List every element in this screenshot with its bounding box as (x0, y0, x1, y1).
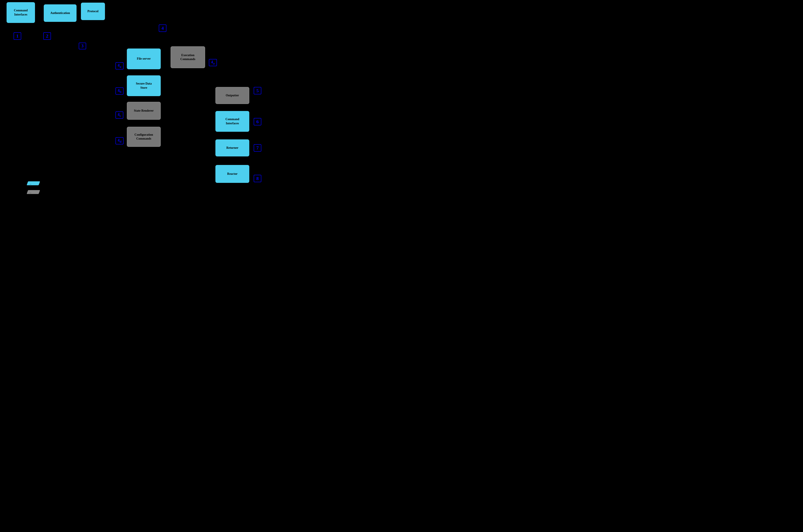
reactor-box: Reactor (215, 165, 249, 183)
file-server-label: File server (137, 57, 151, 61)
returner-box: Returner (215, 139, 249, 156)
protocol-label: Protocol (88, 10, 98, 13)
legend-gray (28, 190, 39, 194)
legend-blue (28, 181, 39, 185)
label-2: 2 (43, 32, 51, 40)
execution-commands-label: Execution Commands (180, 53, 195, 61)
label-7: 7 (254, 144, 261, 152)
label-4c: 4c (115, 111, 123, 119)
label-4b: 4b (115, 88, 124, 95)
outputter-box: Outputter (215, 87, 249, 104)
label-8: 8 (254, 175, 261, 182)
label-1: 1 (14, 32, 21, 40)
label-3: 3 (79, 43, 86, 50)
command-interfaces-right-label: Command Interfaces (225, 117, 239, 125)
label-5: 5 (254, 87, 261, 94)
returner-label: Returner (226, 146, 238, 150)
reactor-label: Reactor (227, 172, 237, 176)
outputter-label: Outputter (226, 94, 239, 97)
command-interfaces-top-label: Command Interfaces (14, 8, 28, 16)
configuration-commands-box: Configuration Commands (127, 127, 161, 147)
state-renderer-box: State Renderer (127, 102, 161, 120)
configuration-commands-label: Configuration Commands (134, 133, 153, 141)
protocol-box: Protocol (81, 3, 105, 20)
secure-data-store-box: Secure Data Store (127, 75, 161, 96)
command-interfaces-right-box: Command Interfaces (215, 111, 249, 132)
label-4: 4 (159, 24, 166, 32)
file-server-box: File server (127, 49, 161, 69)
authentication-label: Authentication (50, 11, 70, 15)
secure-data-store-label: Secure Data Store (136, 82, 151, 90)
legend-blue-dots: ... (30, 182, 31, 185)
command-interfaces-top-box: Command Interfaces (6, 2, 35, 23)
authentication-box: Authentication (44, 4, 76, 22)
execution-commands-box: Execution Commands (170, 46, 205, 68)
label-4a-right: 4a (209, 59, 217, 66)
state-renderer-label: State Renderer (134, 109, 153, 113)
label-6: 6 (254, 118, 261, 126)
label-4a-left: 4a (115, 62, 124, 70)
legend-gray-dots: ... (30, 191, 31, 194)
label-4d: 4d (115, 137, 124, 145)
